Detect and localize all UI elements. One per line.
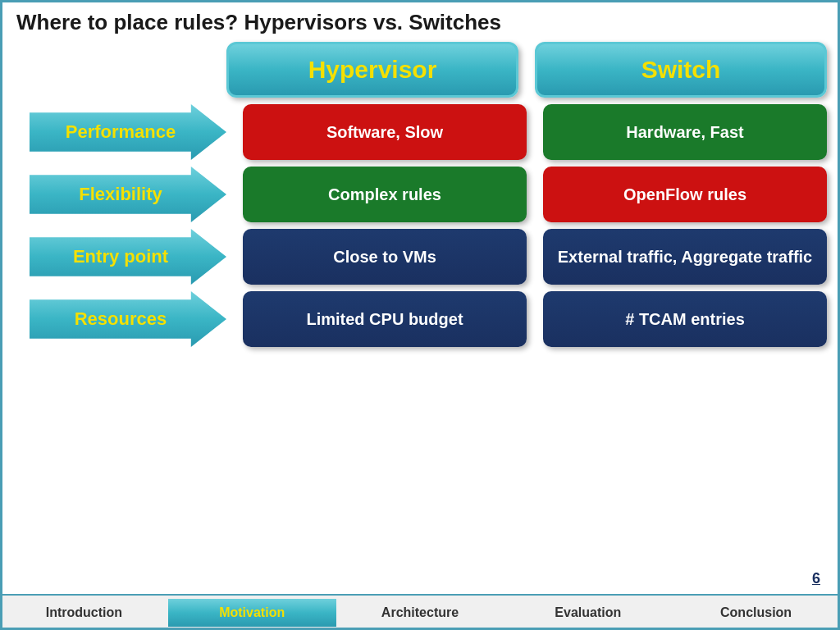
- bottom-nav: Introduction Motivation Architecture Eva…: [0, 594, 840, 630]
- performance-switch-cell: Hardware, Fast: [543, 104, 827, 160]
- slide-number: 6: [812, 570, 820, 587]
- nav-motivation[interactable]: Motivation: [168, 599, 336, 627]
- resources-label: Resources: [75, 308, 182, 330]
- performance-label: Performance: [66, 121, 191, 143]
- nav-conclusion[interactable]: Conclusion: [672, 599, 840, 627]
- switch-header: Switch: [535, 42, 827, 98]
- entrypoint-label: Entry point: [73, 246, 183, 267]
- slide-title: Where to place rules? Hypervisors vs. Sw…: [0, 0, 840, 42]
- resources-switch-cell: # TCAM entries: [543, 291, 827, 347]
- resources-row: Resources Limited CPU budget # TCAM entr…: [13, 291, 827, 347]
- flexibility-row: Flexibility Complex rules OpenFlow rules: [13, 167, 827, 222]
- resources-arrow-cell: Resources: [13, 291, 226, 347]
- flexibility-label: Flexibility: [79, 184, 176, 205]
- flexibility-arrow-cell: Flexibility: [13, 167, 226, 222]
- nav-evaluation[interactable]: Evaluation: [504, 599, 672, 627]
- resources-arrow: Resources: [30, 291, 226, 347]
- entrypoint-arrow-cell: Entry point: [13, 229, 226, 285]
- nav-introduction[interactable]: Introduction: [0, 599, 168, 627]
- performance-arrow: Performance: [30, 104, 226, 160]
- entrypoint-values: Close to VMs External traffic, Aggregate…: [226, 229, 827, 285]
- flexibility-hypervisor-cell: Complex rules: [243, 167, 527, 222]
- nav-architecture[interactable]: Architecture: [336, 599, 504, 627]
- resources-values: Limited CPU budget # TCAM entries: [226, 291, 827, 347]
- resources-hypervisor-cell: Limited CPU budget: [243, 291, 527, 347]
- entrypoint-arrow: Entry point: [30, 229, 226, 285]
- entrypoint-row: Entry point Close to VMs External traffi…: [13, 229, 827, 285]
- flexibility-switch-cell: OpenFlow rules: [543, 167, 827, 222]
- hypervisor-header: Hypervisor: [226, 42, 518, 98]
- entrypoint-hypervisor-cell: Close to VMs: [243, 229, 527, 285]
- performance-arrow-cell: Performance: [13, 104, 226, 160]
- performance-row: Performance Software, Slow Hardware, Fas…: [13, 104, 827, 160]
- performance-hypervisor-cell: Software, Slow: [243, 104, 527, 160]
- content-area: Hypervisor Switch Performance Software, …: [0, 42, 840, 354]
- entrypoint-switch-cell: External traffic, Aggregate traffic: [543, 229, 827, 285]
- performance-values: Software, Slow Hardware, Fast: [226, 104, 827, 160]
- flexibility-arrow: Flexibility: [30, 167, 226, 222]
- header-row: Hypervisor Switch: [13, 42, 827, 98]
- flexibility-values: Complex rules OpenFlow rules: [226, 167, 827, 222]
